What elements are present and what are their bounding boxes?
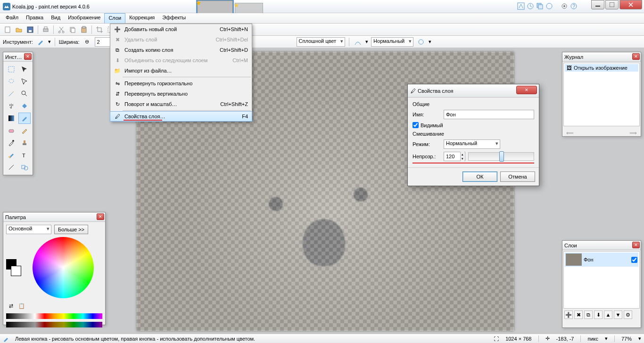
help-icon[interactable]: ? <box>570 2 578 10</box>
blend-mode-combo[interactable]: Нормальный <box>371 37 413 47</box>
tool-brush[interactable] <box>18 113 31 124</box>
antialias-icon[interactable] <box>353 37 363 47</box>
opacity-slider[interactable] <box>468 152 534 161</box>
menu-view[interactable]: Вид <box>47 13 64 23</box>
import-icon: 📁 <box>113 66 122 75</box>
tool-recolor[interactable] <box>5 149 17 161</box>
slider-thumb[interactable] <box>499 151 504 162</box>
maximize-button[interactable] <box>605 0 619 9</box>
close-button[interactable] <box>619 0 642 9</box>
dialog-close-button[interactable]: ✕ <box>516 86 537 94</box>
visible-checkbox[interactable] <box>413 122 419 128</box>
layer-row[interactable]: Фон <box>565 253 638 267</box>
tool-pencil[interactable] <box>18 125 31 136</box>
menu-file[interactable]: Файл <box>2 13 22 23</box>
palette-mode-combo[interactable]: Основной <box>6 225 51 234</box>
cut-icon[interactable] <box>57 25 66 34</box>
new-icon[interactable] <box>3 25 12 34</box>
dialog-title[interactable]: 🖊 Свойства слоя ✕ <box>408 84 539 98</box>
swap-colors-icon[interactable]: ⇄ <box>6 301 16 310</box>
primary-secondary-swatch[interactable] <box>6 259 21 276</box>
tools-panel-title[interactable]: Инст…✕ <box>3 52 33 62</box>
save-icon[interactable] <box>25 25 35 34</box>
svg-rect-16 <box>43 29 48 32</box>
menu-flip-h[interactable]: ⇋Перевернуть горизонтально <box>110 78 252 89</box>
layers-window-icon[interactable] <box>536 2 544 10</box>
palette-more-button[interactable]: Больше >> <box>54 225 88 234</box>
window-title: Koala.jpg - paint.net версия 4.0.6 <box>12 4 90 9</box>
history-item[interactable]: 🖼Открыть изображение <box>565 64 638 72</box>
undo-all-icon[interactable]: ⟸ <box>565 128 575 138</box>
open-icon[interactable] <box>14 25 24 34</box>
star-icon: ★ <box>233 1 239 9</box>
svg-rect-12 <box>610 2 614 7</box>
palette-title[interactable]: Палитра✕ <box>3 212 105 222</box>
close-icon[interactable]: ✕ <box>632 53 640 60</box>
minimize-button[interactable] <box>591 0 604 9</box>
layer-visibility-checkbox[interactable] <box>631 257 637 263</box>
ok-button[interactable]: ОК <box>462 172 497 182</box>
tool-shapes[interactable] <box>18 162 31 173</box>
tool-move[interactable] <box>18 76 31 87</box>
menu-layers[interactable]: Слои <box>104 13 125 23</box>
overwrite-icon[interactable] <box>416 37 426 47</box>
close-icon[interactable]: ✕ <box>24 53 32 60</box>
layer-name-input[interactable] <box>444 110 534 119</box>
tool-brush-icon[interactable] <box>36 37 45 47</box>
history-title[interactable]: Журнал✕ <box>562 52 641 62</box>
menu-adjust[interactable]: Коррекция <box>125 13 158 23</box>
menu-rotate-zoom[interactable]: ↻Поворот и масштаб…Ctrl+Shift+Z <box>110 99 252 109</box>
gear-icon[interactable] <box>560 2 569 10</box>
menu-flip-v[interactable]: ⇵Перевернуть вертикально <box>110 89 252 99</box>
tool-picker[interactable] <box>5 137 17 148</box>
redo-all-icon[interactable]: ⟹ <box>628 128 638 138</box>
layer-name: Фон <box>584 257 594 262</box>
swatch-strip[interactable] <box>6 313 102 319</box>
merge-button[interactable]: ⬇ <box>594 310 603 319</box>
tool-fill[interactable] <box>18 100 31 112</box>
move-down-button[interactable]: ▼ <box>614 310 622 319</box>
paste-icon[interactable] <box>79 25 89 34</box>
colors-window-icon[interactable] <box>545 2 553 10</box>
close-icon[interactable]: ✕ <box>632 242 640 248</box>
dup-layer-button[interactable]: ⧉ <box>584 310 593 319</box>
tool-pan[interactable] <box>5 100 17 112</box>
copy-icon[interactable] <box>68 25 77 34</box>
swatch-strip-dark[interactable] <box>6 322 102 327</box>
close-icon[interactable]: ✕ <box>97 213 104 220</box>
opacity-spinner[interactable]: 120 <box>444 152 465 161</box>
palette-menu-icon[interactable]: 📋 <box>17 301 26 310</box>
menu-add-layer[interactable]: ➕Добавить новый слойCtrl+Shift+N <box>110 24 252 34</box>
move-up-button[interactable]: ▲ <box>604 310 612 319</box>
tool-line[interactable] <box>5 162 17 173</box>
tool-text[interactable]: T <box>18 149 31 161</box>
menu-image[interactable]: Изображение <box>64 13 104 23</box>
menu-effects[interactable]: Эффекты <box>158 13 190 23</box>
tool-eraser[interactable] <box>5 125 17 136</box>
tool-clone[interactable] <box>18 137 31 148</box>
blend-mode-select[interactable]: Нормальный <box>444 139 500 149</box>
tool-lasso[interactable] <box>5 76 17 87</box>
crop-icon[interactable] <box>95 25 104 34</box>
menu-import-file[interactable]: 📁Импорт из файла… <box>110 65 252 76</box>
print-icon[interactable] <box>41 25 50 34</box>
tool-gradient[interactable] <box>5 113 17 124</box>
layers-panel-title[interactable]: Слои✕ <box>562 241 641 250</box>
tool-rect-select[interactable] <box>5 64 17 75</box>
mode-label: Режим: <box>413 141 441 147</box>
add-layer-button[interactable]: ➕ <box>564 310 573 319</box>
width-minus-icon[interactable]: ⊖ <box>83 37 92 47</box>
menu-duplicate-layer[interactable]: ⧉Создать копию слояCtrl+Shift+D <box>110 45 252 55</box>
menu-layer-properties[interactable]: 🖊Свойства слоя…F4 <box>110 111 252 122</box>
properties-button[interactable]: ⚙ <box>624 310 632 319</box>
history-window-icon[interactable] <box>526 2 535 10</box>
color-wheel[interactable] <box>33 237 94 298</box>
tool-move-select[interactable] <box>18 64 31 75</box>
tool-wand[interactable] <box>5 88 17 99</box>
tool-zoom[interactable] <box>18 88 31 99</box>
fill-mode-combo[interactable]: Сплошной цвет <box>297 37 346 47</box>
tools-window-icon[interactable] <box>517 2 525 10</box>
cancel-button[interactable]: Отмена <box>500 172 535 182</box>
menu-edit[interactable]: Правка <box>22 13 47 23</box>
del-layer-button[interactable]: ✖ <box>574 310 583 319</box>
